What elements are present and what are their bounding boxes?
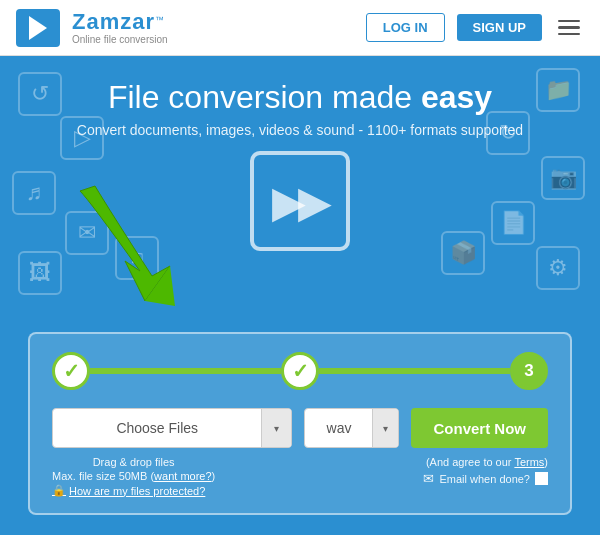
email-row: ✉ Email when done? <box>423 471 548 486</box>
terms-link[interactable]: Terms <box>514 456 544 468</box>
info-right: (And agree to our Terms) ✉ Email when do… <box>423 456 548 486</box>
step-line-1 <box>90 368 281 374</box>
sketch-icon-6: 📁 <box>536 68 580 112</box>
format-selector[interactable]: wav ▾ <box>304 408 399 448</box>
choose-files-arrow[interactable]: ▾ <box>261 409 291 447</box>
lock-icon: 🔒 <box>52 484 66 497</box>
sketch-icon-8: 📷 <box>541 156 585 200</box>
step-line-2 <box>319 368 510 374</box>
hamburger-line2 <box>558 26 580 29</box>
email-label: Email when done? <box>439 473 530 485</box>
info-row: Drag & drop files Max. file size 50MB (w… <box>52 456 548 497</box>
hero-title: File conversion made easy <box>108 78 492 116</box>
login-button[interactable]: LOG IN <box>366 13 445 42</box>
step-1-circle: ✓ <box>52 352 90 390</box>
sketch-icon-5: 🖼 <box>18 251 62 295</box>
format-label[interactable]: wav <box>305 409 372 447</box>
choose-files-button[interactable]: Choose Files ▾ <box>52 408 292 448</box>
logo-subtitle: Online file conversion <box>72 34 168 45</box>
max-size-text: Max. file size 50MB (want more?) <box>52 470 215 482</box>
email-icon: ✉ <box>423 471 434 486</box>
hero-subtitle: Convert documents, images, videos & soun… <box>77 122 523 138</box>
drag-drop-text: Drag & drop files <box>52 456 215 468</box>
logo-arrow-icon <box>29 16 47 40</box>
terms-text: (And agree to our Terms) <box>426 456 548 468</box>
logo-text: Zamzar™ Online file conversion <box>72 10 168 45</box>
sketch-icon-10: ⚙ <box>536 246 580 290</box>
convert-now-button[interactable]: Convert Now <box>411 408 548 448</box>
sketch-icon-9: 📄 <box>491 201 535 245</box>
sketch-icon-3: ♬ <box>12 171 56 215</box>
step-3-circle: 3 <box>510 352 548 390</box>
center-play-icon: ▶▶ <box>250 151 350 251</box>
sketch-icon-1: ↺ <box>18 72 62 116</box>
email-checkbox[interactable] <box>535 472 548 485</box>
steps-row: ✓ ✓ 3 <box>52 352 548 390</box>
controls-row: Choose Files ▾ wav ▾ Convert Now <box>52 408 548 448</box>
green-arrow-icon <box>60 171 220 331</box>
protected-link[interactable]: 🔒 How are my files protected? <box>52 484 215 497</box>
want-more-link[interactable]: want more? <box>154 470 211 482</box>
conversion-box: ✓ ✓ 3 Choose Files ▾ wav ▾ Convert Now <box>28 332 572 515</box>
logo-title: Zamzar™ <box>72 10 168 34</box>
hero-section: ↺ ▷ ♬ ✉ 🖼 📁 ↻ 📷 📄 ⚙ ♫ 📦 File conversion … <box>0 56 600 336</box>
hamburger-line1 <box>558 20 580 23</box>
logo-icon <box>16 9 60 47</box>
hamburger-line3 <box>558 33 580 36</box>
menu-button[interactable] <box>554 16 584 40</box>
sketch-icon-12: 📦 <box>441 231 485 275</box>
choose-files-label[interactable]: Choose Files <box>53 409 261 447</box>
info-left: Drag & drop files Max. file size 50MB (w… <box>52 456 215 497</box>
header: Zamzar™ Online file conversion LOG IN SI… <box>0 0 600 56</box>
signup-button[interactable]: SIGN UP <box>457 14 542 41</box>
format-arrow[interactable]: ▾ <box>372 409 398 447</box>
step-2-circle: ✓ <box>281 352 319 390</box>
conversion-area: ✓ ✓ 3 Choose Files ▾ wav ▾ Convert Now <box>0 332 600 533</box>
